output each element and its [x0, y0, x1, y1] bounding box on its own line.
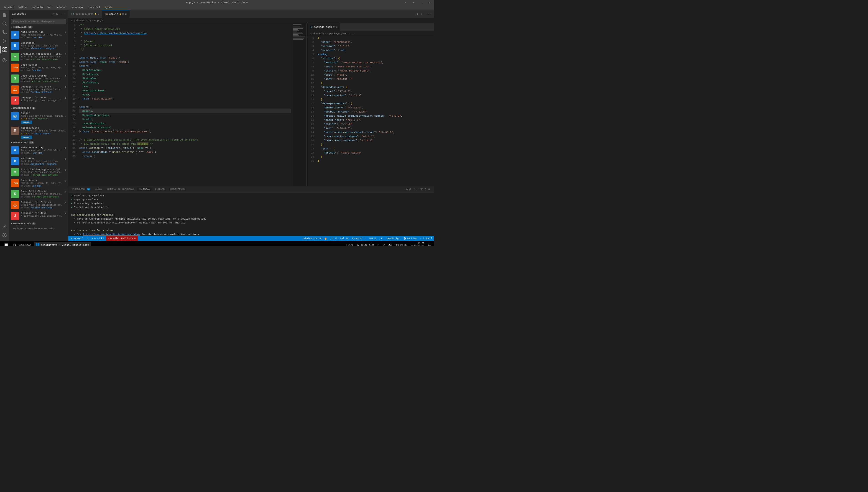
- ext-item-bpspell-2[interactable]: BR Brazilian Portuguese - Code Spell C..…: [9, 167, 68, 178]
- status-errors[interactable]: ✕ 0 ⚠ 0 ℹ 0: [90, 236, 106, 241]
- ext-gear-icon[interactable]: ⚙: [65, 146, 66, 150]
- activity-remote[interactable]: [0, 56, 9, 64]
- ext-item-bpspell-1[interactable]: BR Brazilian Portuguese - Code Spell C..…: [9, 51, 68, 62]
- sidebar-refresh-icon[interactable]: ↻: [56, 12, 58, 16]
- right-tab-close[interactable]: ✕: [336, 25, 337, 28]
- run-icon[interactable]: ▶: [416, 11, 420, 16]
- term-tab-saida[interactable]: SAÍDA: [93, 188, 104, 191]
- win-close-btn[interactable]: ✕: [426, 0, 434, 5]
- tray-weather[interactable]: ☀ 31°C: [344, 242, 355, 246]
- activity-settings[interactable]: [0, 231, 9, 239]
- status-gradle[interactable]: ⚠ Gradle: Build Error: [106, 236, 138, 241]
- ext-item-codespell-2[interactable]: S Code Spell Checker Spelling checker fo…: [9, 189, 68, 199]
- ext-item-dbgjava-2[interactable]: J Debugger for Java A lightweight Java d…: [9, 211, 68, 221]
- sidebar-filter-icon[interactable]: ⊟: [53, 12, 55, 16]
- win-restore-btn[interactable]: ❐: [417, 0, 426, 5]
- split-icon[interactable]: ⊢: [420, 11, 424, 16]
- tray-notifications[interactable]: [427, 242, 432, 246]
- term-tab-terminal[interactable]: TERMINAL: [137, 188, 152, 191]
- ext-item-docker[interactable]: 🐋 Docker Makes it easy to create, manage…: [9, 110, 68, 125]
- ext-gear-icon[interactable]: ⚙: [65, 212, 66, 215]
- right-bc-more[interactable]: ...: [351, 32, 355, 35]
- ext-gear-icon[interactable]: ⚙: [65, 31, 66, 34]
- ext-item-dbgjava-1[interactable]: J Debugger for Java A lightweight Java d…: [9, 95, 68, 106]
- tab-package-json-left[interactable]: {} package.json U: [68, 10, 102, 18]
- ext-item-coderunner-2[interactable]: .run Code Runner Run C, C++, Java, JS, P…: [9, 178, 68, 189]
- right-code-lines[interactable]: { "name": "orgshooks", "version": "0.0.1…: [316, 36, 434, 186]
- menu-acessar[interactable]: Acessar: [55, 6, 69, 9]
- ext-gear-icon[interactable]: ⚙: [65, 74, 66, 78]
- ext-item-bookmarks-2[interactable]: B Bookmarks Mark lines and jump to them …: [9, 156, 68, 167]
- code-lines[interactable]: /** * Sample React Native App * https://…: [77, 23, 293, 186]
- tray-weather-desc[interactable]: UV muito alto: [355, 242, 376, 246]
- menu-ver[interactable]: Ver: [46, 6, 54, 9]
- breadcrumb-js[interactable]: JS: [88, 19, 91, 22]
- ext-item-autorename-1[interactable]: A Auto Rename Tag Auto rename paired HTM…: [9, 29, 68, 40]
- menu-executar[interactable]: Executar: [70, 6, 85, 9]
- menu-selecao[interactable]: Seleção: [30, 6, 45, 9]
- sidebar-more-icon[interactable]: ···: [59, 12, 65, 16]
- ext-gear-icon[interactable]: ⚙: [65, 190, 66, 193]
- term-tab-problems[interactable]: PROBLEMAS 5: [70, 188, 92, 191]
- tab-appjs[interactable]: JS App.js U ✕: [102, 10, 130, 18]
- menu-editar[interactable]: Editar: [17, 6, 30, 9]
- right-tab-package-json[interactable]: {} package.json U ✕: [307, 23, 340, 31]
- ext-item-coderunner-1[interactable]: .run Code Runner Run C, C++, Java, JS, P…: [9, 62, 68, 73]
- ext-item-codespell-1[interactable]: S Code Spell Checker Spelling checker fo…: [9, 73, 68, 84]
- markdownlint-install-btn[interactable]: Instalar: [21, 136, 32, 139]
- docker-install-btn[interactable]: Instalar: [21, 121, 32, 124]
- section-enabled[interactable]: ▾ HABILITADO 55: [9, 140, 68, 145]
- term-close-panel-icon[interactable]: ∧: [425, 187, 427, 191]
- status-tabnine[interactable]: tabnine starter 🔥: [301, 236, 329, 241]
- status-golive[interactable]: 📡 Go Live: [402, 236, 418, 241]
- status-branch[interactable]: ⎇ master*: [68, 236, 85, 241]
- tray-network[interactable]: [381, 242, 387, 246]
- ext-gear-icon[interactable]: ⚙: [65, 168, 66, 172]
- activity-explorer[interactable]: [0, 11, 9, 19]
- term-split-icon[interactable]: ⊢: [416, 187, 419, 191]
- menu-ajuda[interactable]: Ajuda: [103, 6, 114, 9]
- status-sync[interactable]: ↺: [85, 236, 90, 241]
- term-add-icon[interactable]: +: [413, 187, 415, 191]
- ext-gear-icon[interactable]: ⚙: [65, 42, 66, 45]
- right-bc-hooks[interactable]: hooks-Aula1: [309, 32, 326, 35]
- tab-close-appjs[interactable]: ✕: [125, 13, 127, 16]
- clock[interactable]: 11:35 17/11/2022: [409, 242, 426, 246]
- activity-extensions[interactable]: [0, 46, 9, 54]
- ext-item-bookmarks-1[interactable]: B Bookmarks Mark lines and jump to them …: [9, 40, 68, 51]
- status-eol[interactable]: LF: [378, 236, 384, 241]
- activity-source-control[interactable]: [0, 28, 9, 36]
- status-language[interactable]: JavaScript: [384, 236, 402, 241]
- status-position[interactable]: Ln 22, Col 10: [329, 236, 350, 241]
- start-button[interactable]: [2, 242, 10, 246]
- ext-gear-icon[interactable]: ⚙: [65, 64, 66, 67]
- ext-gear-icon[interactable]: ⚙: [65, 179, 66, 182]
- more-tabs-icon[interactable]: ···: [425, 12, 432, 16]
- term-tab-comentarios[interactable]: COMENTÁRIOS: [168, 188, 187, 191]
- ext-item-autorename-2[interactable]: A Auto Rename Tag Auto rename paired HTM…: [9, 145, 68, 156]
- menu-terminal[interactable]: Terminal: [86, 6, 102, 9]
- tray-input-lang[interactable]: POR PT B2: [393, 242, 408, 246]
- ext-item-dbgfirefox-1[interactable]: 🦊 Debugger for Firefox Debug your web ap…: [9, 84, 68, 95]
- activity-accounts[interactable]: [0, 222, 9, 230]
- search-btn[interactable]: Pesquisar: [11, 242, 33, 246]
- ext-item-dbgfirefox-2[interactable]: 🦊 Debugger for Firefox Debug your web ap…: [9, 199, 68, 211]
- menu-arquivo[interactable]: Arquivo: [2, 6, 16, 9]
- ext-gear-icon[interactable]: ⚙: [65, 85, 66, 89]
- section-recommended[interactable]: ▾ RECOMENDADOS 2: [9, 106, 68, 110]
- section-disabled[interactable]: ▾ DESABILITADO 0: [9, 221, 68, 226]
- section-installed[interactable]: ▾ INSTALADO 55: [9, 25, 68, 29]
- status-spell[interactable]: ✓ 2 Spell: [418, 236, 434, 241]
- status-spaces[interactable]: Espaços: 2: [350, 236, 367, 241]
- win-layout-btn[interactable]: ⊟: [401, 0, 409, 5]
- status-encoding[interactable]: UTF-8: [367, 236, 378, 241]
- activity-run[interactable]: [0, 37, 9, 45]
- breadcrumb-orgshooks[interactable]: orgshooks: [71, 19, 84, 22]
- tray-chevron[interactable]: ^: [376, 242, 380, 246]
- vscode-taskbar-btn[interactable]: reactNative - Visual Studio Code: [34, 242, 91, 246]
- term-tab-gitlens[interactable]: GITLENS: [153, 188, 167, 191]
- term-close-icon[interactable]: ✕: [428, 187, 430, 191]
- right-bc-package[interactable]: package.json: [329, 32, 347, 35]
- ext-item-markdownlint[interactable]: M markdownlint Markdown linting and styl…: [9, 125, 68, 140]
- tray-volume[interactable]: [387, 242, 393, 246]
